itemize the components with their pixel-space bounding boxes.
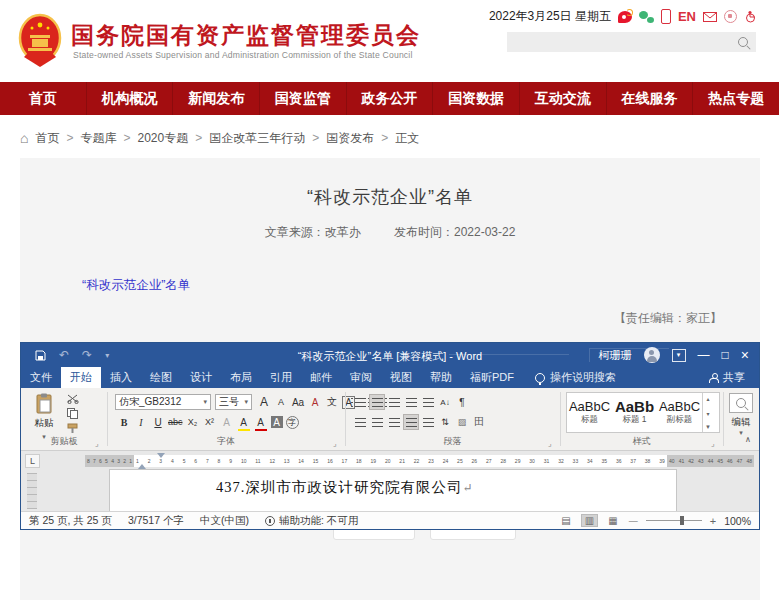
zoom-level[interactable]: 100%: [724, 515, 751, 527]
bold-button[interactable]: B: [117, 415, 131, 429]
clipboard-dialog-launcher[interactable]: ⌟: [95, 439, 99, 448]
nav-item-news[interactable]: 新闻发布: [173, 82, 260, 115]
tab-references[interactable]: 引用: [261, 367, 301, 388]
nav-item-supervision[interactable]: 国资监管: [260, 82, 347, 115]
undo-icon[interactable]: ↶: [59, 349, 69, 361]
tab-review[interactable]: 审阅: [341, 367, 381, 388]
minimize-button[interactable]: —: [698, 349, 710, 361]
attachment-link[interactable]: “科改示范企业”名单: [82, 277, 190, 294]
change-case-button[interactable]: Aa: [291, 395, 305, 409]
zoom-in-button[interactable]: +: [710, 515, 716, 527]
show-marks-button[interactable]: ¶: [455, 395, 469, 409]
share-button[interactable]: 共享: [709, 367, 759, 388]
ribbon-display-options-icon[interactable]: ▾: [672, 349, 686, 362]
phonetic-guide-button[interactable]: 文: [325, 395, 339, 409]
user-avatar[interactable]: [644, 347, 660, 363]
accessibility-icon[interactable]: [744, 10, 757, 23]
font-dialog-launcher[interactable]: ⌟: [333, 439, 337, 448]
nav-item-overview[interactable]: 机构概况: [87, 82, 174, 115]
first-line-indent-marker[interactable]: [157, 453, 165, 462]
text-effects-button[interactable]: A: [220, 415, 234, 429]
document-page[interactable]: 437.深圳市市政设计研究院有限公司↵: [109, 469, 677, 511]
collapse-ribbon-icon[interactable]: ∧: [745, 435, 751, 444]
nav-item-topics[interactable]: 热点专题: [693, 82, 779, 115]
cut-icon[interactable]: [67, 394, 79, 404]
paragraph-dialog-launcher[interactable]: ⌟: [548, 439, 552, 448]
styles-scroll-up-icon[interactable]: ▴: [706, 395, 709, 402]
styles-more-icon[interactable]: ▼: [705, 424, 711, 430]
font-size-select[interactable]: 三号 ▾: [215, 394, 252, 410]
tab-file[interactable]: 文件: [21, 367, 61, 388]
save-icon[interactable]: [35, 350, 46, 361]
wechat-icon[interactable]: [639, 11, 654, 23]
web-layout-button[interactable]: ▦: [605, 515, 620, 526]
style-subtitle[interactable]: AaBbC 副标题: [657, 399, 702, 426]
breadcrumb-topics[interactable]: 专题库: [80, 130, 116, 147]
tab-view[interactable]: 视图: [381, 367, 421, 388]
nav-item-data[interactable]: 国资数据: [433, 82, 520, 115]
close-button[interactable]: ×: [741, 348, 749, 362]
numbering-button[interactable]: [370, 395, 384, 409]
style-title[interactable]: AaBbC 标题: [567, 399, 612, 426]
qat-customize-icon[interactable]: ▾: [105, 351, 109, 360]
tab-home[interactable]: 开始: [61, 367, 101, 388]
read-mode-button[interactable]: ▤: [558, 515, 573, 526]
decrease-indent-button[interactable]: [404, 395, 418, 409]
borders-button[interactable]: 田: [472, 415, 486, 429]
zoom-slider-thumb[interactable]: [680, 516, 684, 525]
styles-scroll-down-icon[interactable]: ▾: [706, 410, 709, 417]
distribute-button[interactable]: [421, 415, 435, 429]
justify-button[interactable]: [404, 415, 418, 429]
format-painter-icon[interactable]: [67, 423, 78, 434]
breadcrumb-2020[interactable]: 2020专题: [138, 130, 189, 147]
accessibility-status[interactable]: 辅助功能: 不可用: [265, 514, 358, 528]
clear-format-button[interactable]: A: [308, 395, 322, 409]
increase-indent-button[interactable]: [421, 395, 435, 409]
font-color-button[interactable]: A: [254, 415, 268, 429]
nav-item-interaction[interactable]: 互动交流: [520, 82, 607, 115]
breadcrumb-reform[interactable]: 国企改革三年行动: [209, 130, 305, 147]
sort-button[interactable]: A↓: [438, 395, 452, 409]
tab-design[interactable]: 设计: [181, 367, 221, 388]
horizontal-ruler[interactable]: 87654321 1234567891011121314151617181920…: [85, 455, 754, 467]
breadcrumb-release[interactable]: 国资发布: [326, 130, 374, 147]
edit-menu-button[interactable]: 编辑 ▾: [727, 416, 755, 437]
font-name-select[interactable]: 仿宋_GB2312 ▾: [115, 394, 211, 410]
weibo-icon[interactable]: [618, 11, 632, 23]
tab-draw[interactable]: 绘图: [141, 367, 181, 388]
maximize-button[interactable]: □: [722, 349, 729, 361]
word-count[interactable]: 3/7517 个字: [128, 514, 184, 528]
mobile-icon[interactable]: [661, 9, 671, 24]
styles-dialog-launcher[interactable]: ⌟: [711, 439, 715, 448]
align-center-button[interactable]: [370, 415, 384, 429]
align-right-button[interactable]: [387, 415, 401, 429]
nav-item-disclosure[interactable]: 政务公开: [347, 82, 434, 115]
paste-button[interactable]: 粘贴 ▾: [27, 393, 61, 441]
nav-item-home[interactable]: 首页: [0, 82, 87, 115]
superscript-button[interactable]: X²: [203, 415, 217, 429]
strikethrough-button[interactable]: abc: [168, 415, 183, 429]
tab-stop-selector[interactable]: L: [25, 454, 40, 468]
align-left-button[interactable]: [353, 415, 367, 429]
contact-icon[interactable]: [724, 10, 737, 23]
subscript-button[interactable]: X₂: [186, 415, 200, 429]
language-toggle[interactable]: EN: [678, 9, 696, 24]
enclose-characters-button[interactable]: 字: [286, 416, 299, 429]
page-indicator[interactable]: 第 25 页, 共 25 页: [29, 514, 112, 528]
copy-icon[interactable]: [67, 408, 78, 419]
character-shading-button[interactable]: A: [271, 416, 283, 428]
tab-help[interactable]: 帮助: [421, 367, 461, 388]
hanging-indent-marker[interactable]: [138, 460, 146, 469]
find-button[interactable]: [729, 393, 753, 413]
user-name[interactable]: 柯珊珊: [599, 348, 632, 363]
tell-me-box[interactable]: 操作说明搜索: [535, 367, 616, 388]
line-spacing-button[interactable]: ⇅: [438, 415, 452, 429]
tab-insert[interactable]: 插入: [101, 367, 141, 388]
tab-mailings[interactable]: 邮件: [301, 367, 341, 388]
search-icon[interactable]: [738, 37, 748, 47]
zoom-out-button[interactable]: —: [629, 516, 638, 526]
highlight-color-button[interactable]: A: [237, 415, 251, 429]
language-indicator[interactable]: 中文(中国): [200, 514, 249, 528]
nav-item-services[interactable]: 在线服务: [607, 82, 694, 115]
redo-icon[interactable]: ↷: [82, 349, 92, 361]
